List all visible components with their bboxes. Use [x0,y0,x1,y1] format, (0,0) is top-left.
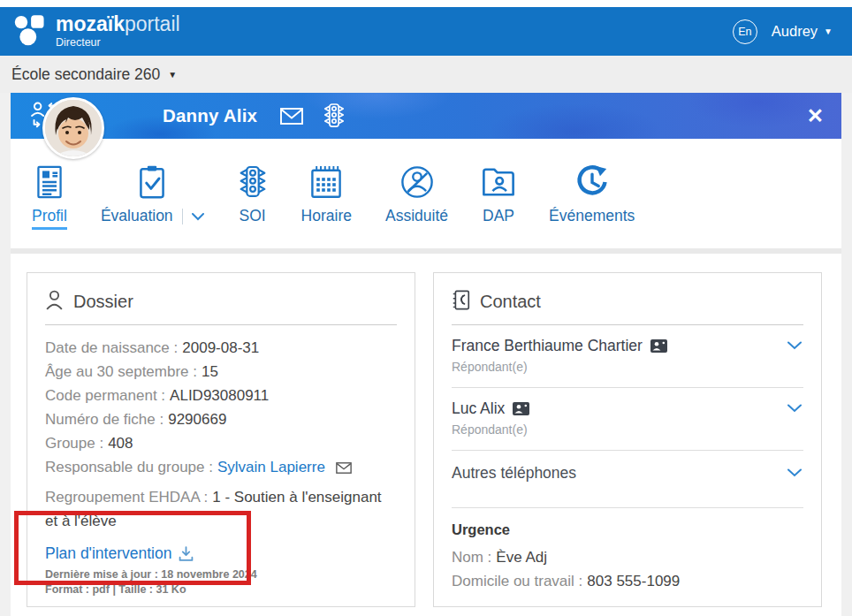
breadcrumb-bar: École secondaire 260 ▼ [0,56,852,93]
field-ehdaa: Regroupement EHDAA :1 - Soutien à l'ense… [45,485,397,533]
tab-soi[interactable]: SOI [238,163,268,225]
dossier-fields: Date de naissance :2009-08-31 Âge au 30 … [45,336,397,533]
brand-role: Directeur [56,37,180,49]
tab-dap-label: DAP [483,207,514,225]
dossier-card: Dossier Date de naissance :2009-08-31 Âg… [27,272,415,607]
contact-card-badge-icon[interactable] [513,402,529,415]
tab-assiduite[interactable]: Assiduité [385,163,448,225]
dossier-card-header: Dossier [45,285,397,325]
app-header: mozaïkportail Directeur En Audrey ▼ [0,7,852,56]
evaluation-dropdown-chevron-icon[interactable] [192,209,204,224]
plan-intervention-block: Plan d'intervention Dernière mise à jour… [45,544,397,597]
contact-book-icon [452,290,470,314]
brand-logo[interactable]: mozaïkportail Directeur [12,13,180,50]
divider [452,507,803,508]
brand-text: mozaïkportail Directeur [56,14,180,49]
urgence-title: Urgence [452,521,803,538]
other-phones-label: Autres téléphones [452,464,576,482]
user-name: Audrey [772,23,818,40]
plan-last-updated: Dernière mise à jour : 18 novembre 2024 [45,567,397,582]
field-code-permanent: Code permanent :ALID93080911 [45,384,397,407]
tab-assiduite-label: Assiduité [385,207,448,225]
dossier-title: Dossier [73,292,133,312]
contact-card-header: Contact [452,285,803,325]
student-photo[interactable] [42,97,104,159]
soi-traffic-light-icon[interactable] [323,103,346,129]
traffic-light-icon [238,163,268,202]
download-icon[interactable] [179,546,194,561]
expand-chevron-icon[interactable] [787,404,802,413]
tab-horaire-label: Horaire [301,207,352,225]
mozaik-logo-icon [12,13,48,50]
tab-horaire[interactable]: Horaire [301,163,352,225]
profile-document-icon [35,163,64,202]
user-menu[interactable]: Audrey ▼ [772,23,833,40]
history-clock-icon [575,163,609,202]
contact-entry: France Berthiaume Chartier [452,325,803,376]
field-date-naissance: Date de naissance :2009-08-31 [45,336,397,360]
contact-card: Contact France Berthiaume Chartier [433,272,822,607]
contact-title: Contact [480,292,541,312]
tab-evenements-label: Événements [549,207,635,225]
mail-envelope-icon[interactable] [336,460,352,477]
person-slash-icon [400,163,434,202]
tab-dap[interactable]: DAP [482,163,515,225]
student-name: Danny Alix [163,105,257,126]
main-panel: Danny Alix ✕ [11,93,841,616]
language-toggle-button[interactable]: En [733,19,757,44]
contact-entry: Luc Alix Répondant(e [452,388,803,438]
tab-separator [182,209,183,224]
tab-profil[interactable]: Profil [32,163,67,230]
person-icon [45,290,64,314]
clipboard-check-icon [138,163,166,202]
plan-intervention-link[interactable]: Plan d'intervention [45,544,171,563]
field-numero-fiche: Numéro de fiche :9290669 [45,407,397,431]
tab-soi-label: SOI [240,207,266,225]
other-phones-row[interactable]: Autres téléphones [452,451,803,496]
field-groupe: Groupe :408 [45,431,397,455]
tab-evaluation-label: Évaluation [101,207,173,225]
contact-name: France Berthiaume Chartier [452,337,643,355]
urgence-fields: Nom :Ève Adj Domicile ou travail :803 55… [452,545,803,593]
expand-chevron-icon[interactable] [787,468,802,477]
contact-role: Répondant(e) [452,422,803,437]
field-urgence-tel: Domicile ou travail :803 555-1099 [452,569,803,593]
field-age: Âge au 30 septembre :15 [45,360,397,384]
school-caret-icon[interactable]: ▼ [168,70,177,80]
school-selector[interactable]: École secondaire 260 [11,65,160,84]
calendar-icon [310,163,342,202]
field-responsable: Responsable du groupe :Sylvain Lapierre [45,455,397,481]
tab-evaluation[interactable]: Évaluation [101,163,204,225]
brand-name: mozaïkportail [56,12,180,35]
content-row: Dossier Date de naissance :2009-08-31 Âg… [11,254,841,607]
tab-profil-label: Profil [32,207,67,230]
page: mozaïkportail Directeur En Audrey ▼ Écol… [0,0,852,616]
tab-bar: Profil Évaluation [11,139,841,230]
plan-format-size: Format : pdf | Taille : 31 Ko [45,582,397,597]
tab-evenements[interactable]: Événements [549,163,635,225]
message-envelope-icon[interactable] [280,108,303,125]
expand-chevron-icon[interactable] [787,341,802,350]
folder-person-icon [482,163,515,202]
responsable-link[interactable]: Sylvain Lapierre [217,459,325,475]
contact-role: Répondant(e) [452,360,803,374]
close-icon[interactable]: ✕ [807,106,824,126]
contact-name: Luc Alix [452,399,505,418]
user-caret-icon: ▼ [824,27,833,36]
student-banner: Danny Alix ✕ [11,93,841,139]
top-white-strip [0,0,852,7]
contact-card-badge-icon[interactable] [650,339,667,353]
field-urgence-nom: Nom :Ève Adj [452,545,803,569]
